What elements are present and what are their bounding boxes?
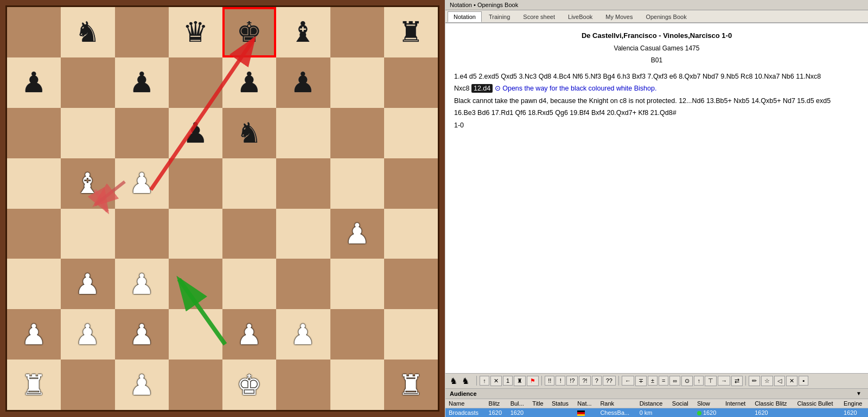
square-e8[interactable]: ♚ (222, 7, 276, 57)
square-e6[interactable]: ♞ (222, 108, 276, 158)
square-a3[interactable] (7, 259, 61, 309)
toolbar-circ-btn[interactable]: ⊙ (681, 376, 693, 386)
square-a2[interactable]: ♟ (7, 309, 61, 360)
toolbar-dblex-btn[interactable]: !! (545, 376, 554, 386)
square-f4[interactable] (276, 209, 330, 259)
square-f3[interactable] (276, 259, 330, 309)
square-h6[interactable] (384, 108, 438, 158)
square-h1[interactable]: ♜ (384, 360, 438, 410)
square-h8[interactable]: ♜ (384, 7, 438, 57)
square-d8[interactable]: ♛ (169, 7, 222, 57)
square-f7[interactable]: ♟ (276, 57, 330, 108)
square-a5[interactable] (7, 158, 61, 209)
toolbar-pencil-btn[interactable]: ✏ (749, 376, 760, 386)
square-h5[interactable] (384, 158, 438, 209)
toolbar-lft-btn[interactable]: ← (622, 376, 634, 386)
square-h4[interactable] (384, 209, 438, 259)
square-b8[interactable]: ♞ (61, 7, 114, 57)
square-f2[interactable]: ♟ (276, 309, 330, 360)
toolbar-dblq-btn[interactable]: ?? (603, 376, 616, 386)
square-g4[interactable]: ♟ (330, 209, 384, 259)
toolbar-flag-btn[interactable]: ⚑ (527, 376, 539, 386)
square-c3[interactable]: ♟ (115, 259, 169, 309)
square-e2[interactable]: ♟ (222, 309, 276, 360)
toolbar-pm-btn[interactable]: ± (648, 376, 658, 386)
square-c6[interactable] (115, 108, 169, 158)
square-f5[interactable] (276, 158, 330, 209)
square-g5[interactable] (330, 158, 384, 209)
toolbar-mpm-btn[interactable]: ∓ (635, 376, 647, 386)
toolbar-inf-btn[interactable]: ∞ (669, 376, 680, 386)
square-b1[interactable] (61, 360, 114, 410)
square-g6[interactable] (330, 108, 384, 158)
toolbar-star-btn[interactable]: ☆ (761, 376, 773, 386)
square-c5[interactable]: ♟ (115, 158, 169, 209)
square-e7[interactable]: ♟ (222, 57, 276, 108)
toolbar-exq-btn[interactable]: !? (566, 376, 578, 386)
square-d1[interactable] (169, 360, 222, 410)
square-c7[interactable]: ♟ (115, 57, 169, 108)
square-e3[interactable] (222, 259, 276, 309)
square-a4[interactable] (7, 209, 61, 259)
square-e4[interactable] (222, 209, 276, 259)
square-b2[interactable]: ♟ (61, 309, 114, 360)
tab-scoresheet[interactable]: Score sheet (517, 11, 561, 22)
square-b4[interactable] (61, 209, 114, 259)
square-b3[interactable]: ♟ (61, 259, 114, 309)
square-g3[interactable] (330, 259, 384, 309)
square-h7[interactable] (384, 57, 438, 108)
square-c4[interactable] (115, 209, 169, 259)
toolbar-x2-btn[interactable]: ✕ (786, 376, 797, 386)
square-a8[interactable] (7, 7, 61, 57)
square-d6[interactable]: ♟ (169, 108, 222, 158)
chess-board[interactable]: ♞ ♛ ♚ ♝ ♜ ♟ ♟ ♟ ♟ (5, 5, 439, 412)
square-a6[interactable] (7, 108, 61, 158)
toolbar-blk-btn[interactable]: ▪ (799, 376, 808, 386)
toolbar-qex-btn[interactable]: ?! (579, 376, 590, 386)
square-b6[interactable] (61, 108, 114, 158)
square-b7[interactable] (61, 57, 114, 108)
square-b5[interactable]: ♝ (61, 158, 114, 209)
toolbar-bidir-btn[interactable]: ⇄ (731, 376, 743, 386)
tab-mymoves[interactable]: My Moves (599, 11, 639, 22)
toolbar-up-btn[interactable]: ↑ (694, 376, 704, 386)
audience-scroll-arrow[interactable]: ▼ (854, 390, 864, 396)
toolbar-rt-btn[interactable]: → (718, 376, 730, 386)
toolbar-rook-btn[interactable]: ♜ (514, 376, 526, 386)
toolbar-arrow-btn[interactable]: ↑ (480, 376, 489, 386)
tab-openingsbook[interactable]: Openings Book (640, 11, 692, 22)
square-d3[interactable] (169, 259, 222, 309)
square-h2[interactable] (384, 309, 438, 360)
toolbar-tri-btn[interactable]: ◁ (774, 376, 785, 386)
square-d7[interactable] (169, 57, 222, 108)
tab-livebook[interactable]: LiveBook (562, 11, 598, 22)
toolbar-q-btn[interactable]: ? (592, 376, 602, 386)
toolbar-eq-btn[interactable]: = (659, 376, 668, 386)
square-e5[interactable] (222, 158, 276, 209)
square-g8[interactable] (330, 7, 384, 57)
toolbar-top-btn[interactable]: ⊤ (705, 376, 717, 386)
square-a1[interactable]: ♜ (7, 360, 61, 410)
square-g2[interactable] (330, 309, 384, 360)
square-h3[interactable] (384, 259, 438, 309)
move-highlight[interactable]: 12.d4 (471, 84, 493, 93)
audience-row-broadcasts[interactable]: Broadcasts 1620 1620 ChessBa... 0 km 162… (445, 408, 868, 417)
square-a7[interactable]: ♟ (7, 57, 61, 108)
square-g7[interactable] (330, 57, 384, 108)
square-f1[interactable] (276, 360, 330, 410)
square-c8[interactable] (115, 7, 169, 57)
toolbar-ex-btn[interactable]: ! (556, 376, 565, 386)
toolbar-x-btn[interactable]: ✕ (490, 376, 502, 386)
square-d5[interactable] (169, 158, 222, 209)
square-e1[interactable]: ♚ (222, 360, 276, 410)
square-c2[interactable]: ♟ (115, 309, 169, 360)
square-g1[interactable] (330, 360, 384, 410)
square-f8[interactable]: ♝ (276, 7, 330, 57)
square-d2[interactable] (169, 309, 222, 360)
tab-notation[interactable]: Notation (448, 11, 482, 22)
toolbar-1-btn[interactable]: 1 (503, 376, 513, 386)
square-d4[interactable] (169, 209, 222, 259)
tab-training[interactable]: Training (483, 11, 516, 22)
square-c1[interactable]: ♟ (115, 360, 169, 410)
square-f6[interactable] (276, 108, 330, 158)
